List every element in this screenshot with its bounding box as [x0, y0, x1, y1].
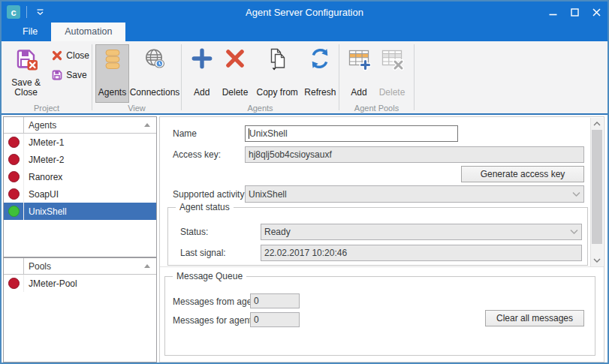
pools-list: Pools JMeter-Pool — [3, 257, 157, 362]
ribbon-group-agent-pools: Add Delete Agent Pools — [339, 41, 414, 113]
group-label-project: Project — [2, 104, 92, 113]
list-item[interactable]: SoapUI — [4, 185, 156, 203]
save-button[interactable]: Save — [49, 67, 92, 83]
status-dot-cell — [4, 275, 24, 292]
agent-status-groupbox: Agent status Status: Ready Last signal: … — [167, 207, 588, 266]
agents-list: Agents JMeter-1JMeter-2RanorexSoapUIUnix… — [3, 116, 157, 257]
agent-detail-scroll-area: Name UnixShell Access key: hj8qlj5ob4csi… — [160, 117, 604, 267]
scroll-down-icon[interactable] — [591, 254, 603, 266]
list-item[interactable]: UnixShell — [4, 203, 156, 220]
tab-automation[interactable]: Automation — [51, 23, 125, 41]
minimize-button[interactable] — [542, 2, 564, 23]
status-red-icon — [8, 154, 20, 165]
quick-access-dropdown-icon[interactable] — [36, 9, 44, 16]
messages-from-agent-label: Messages from agent: — [173, 296, 262, 307]
tab-file[interactable]: File — [9, 23, 51, 41]
maximize-button[interactable] — [564, 2, 586, 23]
view-connections-button[interactable]: Connections — [129, 44, 180, 103]
ribbon-group-agents: Add Delete — [182, 41, 339, 113]
pools-column-header: Pools — [24, 261, 144, 272]
clear-all-messages-button[interactable]: Clear all messages — [485, 310, 584, 326]
agent-server-configuration-window: c Agent Server Configuration File Automa… — [0, 0, 609, 364]
group-label-agent-pools: Agent Pools — [339, 104, 414, 113]
save-purple-icon — [51, 69, 63, 81]
status-red-icon — [8, 171, 20, 182]
message-queue-groupbox: Message Queue Messages from agent: 0 Mes… — [164, 276, 595, 356]
save-and-close-button[interactable]: Save & Close — [6, 44, 46, 103]
status-dropdown[interactable]: Ready — [261, 224, 582, 240]
messages-for-agent-input[interactable]: 0 — [250, 312, 300, 327]
list-item-label: SoapUI — [24, 189, 59, 200]
agent-status-title: Agent status — [176, 202, 234, 212]
messages-for-agent-label: Messages for agent: — [173, 315, 255, 326]
pools-list-header[interactable]: Pools — [4, 258, 156, 275]
view-agents-button[interactable]: Agents — [95, 44, 129, 103]
agents-rows: JMeter-1JMeter-2RanorexSoapUIUnixShell — [4, 134, 156, 220]
pool-delete-button: Delete — [375, 44, 409, 103]
agent-detail-panel: Name UnixShell Access key: hj8qlj5ob4csi… — [159, 116, 604, 362]
close-project-button[interactable]: Close — [49, 47, 92, 64]
status-dot-cell — [4, 134, 24, 151]
app-icon[interactable]: c — [7, 5, 20, 19]
table-delete-icon — [380, 47, 404, 74]
agent-delete-label: Delete — [222, 88, 249, 98]
name-value: UnixShell — [249, 128, 288, 139]
titlebar: c Agent Server Configuration — [2, 2, 607, 23]
supported-activity-label: Supported activity: — [173, 189, 247, 200]
titlebar-separator — [26, 6, 27, 18]
copy-pages-icon — [265, 47, 289, 74]
close-label: Close — [66, 50, 89, 61]
list-item-label: UnixShell — [24, 206, 67, 217]
agents-column-header: Agents — [24, 120, 144, 131]
status-red-icon — [8, 137, 20, 148]
vertical-scrollbar[interactable] — [590, 118, 603, 266]
sort-ascending-icon — [144, 123, 150, 127]
access-key-input[interactable]: hj8qlj5ob4csioysauxf — [245, 146, 584, 163]
status-red-icon — [8, 188, 20, 200]
pool-delete-label: Delete — [379, 88, 405, 98]
sort-ascending-icon — [144, 264, 150, 268]
generate-access-key-button[interactable]: Generate access key — [461, 166, 584, 182]
message-queue-title: Message Queue — [173, 271, 246, 281]
status-column-header — [4, 258, 24, 274]
close-red-icon — [51, 50, 63, 62]
agent-copy-from-label: Copy from — [257, 88, 298, 98]
scrollbar-thumb[interactable] — [592, 130, 602, 244]
status-green-icon — [8, 206, 20, 217]
agent-refresh-button[interactable]: Refresh — [302, 44, 339, 103]
list-item[interactable]: JMeter-Pool — [4, 275, 156, 292]
agent-add-button[interactable]: Add — [186, 44, 217, 103]
refresh-icon — [309, 47, 331, 72]
pool-add-button[interactable]: Add — [343, 44, 375, 103]
name-label: Name — [173, 128, 197, 139]
list-item[interactable]: Ranorex — [4, 168, 156, 185]
group-separator — [414, 44, 415, 110]
last-signal-input[interactable]: 22.02.2017 10:20:46 — [261, 245, 582, 261]
save-and-close-label: Save & Close — [11, 78, 41, 98]
messages-from-agent-value: 0 — [254, 296, 259, 306]
table-add-icon — [347, 47, 371, 74]
x-icon — [224, 47, 246, 72]
group-label-view: View — [92, 104, 181, 113]
messages-from-agent-input[interactable]: 0 — [250, 293, 300, 308]
window-controls — [542, 2, 607, 23]
save-close-icon — [14, 47, 38, 74]
agent-delete-button[interactable]: Delete — [217, 44, 252, 103]
status-label: Status: — [180, 227, 208, 237]
status-dot-cell — [4, 168, 24, 185]
access-key-value: hj8qlj5ob4csioysauxf — [249, 149, 332, 160]
agent-copy-from-button[interactable]: Copy from — [253, 44, 302, 103]
agents-list-header[interactable]: Agents — [4, 117, 156, 134]
close-button[interactable] — [586, 2, 607, 23]
plus-icon — [191, 47, 213, 72]
supported-activity-dropdown[interactable]: UnixShell — [245, 185, 584, 203]
status-dot-cell — [4, 151, 24, 168]
list-item-label: JMeter-Pool — [24, 278, 77, 289]
pool-add-label: Add — [351, 88, 366, 98]
scroll-up-icon[interactable] — [591, 118, 603, 130]
status-column-header — [4, 117, 24, 133]
list-item[interactable]: JMeter-1 — [4, 134, 156, 151]
view-agents-label: Agents — [98, 88, 126, 98]
name-input[interactable]: UnixShell — [245, 125, 458, 142]
list-item[interactable]: JMeter-2 — [4, 151, 156, 168]
